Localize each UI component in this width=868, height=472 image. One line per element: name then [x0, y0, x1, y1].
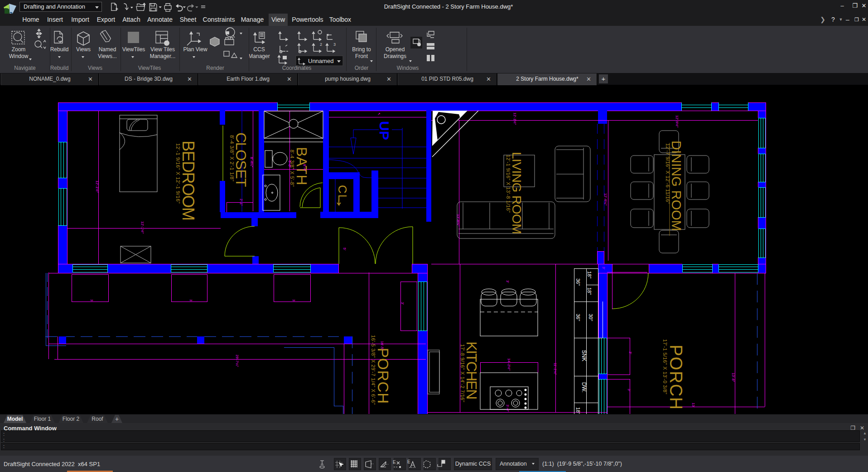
svg-text:2'-1": 2'-1" [239, 199, 243, 206]
svg-text:13': 13' [691, 403, 695, 408]
svg-text:3': 3' [627, 389, 631, 391]
svg-text:Unnamed: Unnamed [308, 58, 333, 64]
svg-text:12'-1½": 12'-1½" [95, 180, 99, 193]
svg-text:12'-9½": 12'-9½" [675, 115, 679, 127]
svg-text:13'-8⅛": 13'-8⅛" [456, 214, 460, 226]
svg-text:18": 18" [587, 287, 592, 295]
svg-text:E: E [393, 460, 396, 465]
svg-text:5'-8": 5'-8" [288, 161, 292, 168]
svg-text:3': 3' [602, 267, 606, 269]
svg-text:2: 2 [320, 42, 322, 47]
svg-text:BEDROOM: BEDROOM [179, 141, 198, 220]
svg-text:LIVING ROOM: LIVING ROOM [510, 152, 524, 234]
svg-text:12'-1 9/16" X 12'-1 9/16": 12'-1 9/16" X 12'-1 9/16" [175, 143, 181, 204]
svg-text:BATH: BATH [294, 147, 310, 185]
svg-text:8'-4⅛": 8'-4⅛" [250, 157, 254, 167]
svg-text:3: 3 [333, 42, 336, 47]
svg-text:16'-5": 16'-5" [380, 341, 384, 350]
svg-text:E: E [407, 459, 410, 464]
svg-text:5': 5' [342, 248, 347, 250]
svg-text:3': 3' [506, 280, 510, 283]
svg-text:12'-1½": 12'-1½" [140, 221, 145, 234]
svg-text:14'-2½": 14'-2½" [507, 358, 511, 370]
svg-text:SNK: SNK [581, 350, 587, 361]
svg-text:↗: ↗ [377, 112, 381, 116]
svg-text:3'-6": 3'-6" [506, 404, 510, 412]
svg-text:UP: UP [377, 121, 392, 140]
svg-text:PORCH: PORCH [666, 345, 685, 410]
svg-text:8'-4 3/8" X 2'-1 1/8": 8'-4 3/8" X 2'-1 1/8" [229, 135, 235, 181]
svg-text:DW.: DW. [581, 382, 587, 393]
svg-text:3': 3' [189, 299, 193, 302]
svg-text:8'-4 3/8" X 5'-8": 8'-4 3/8" X 5'-8" [289, 150, 295, 187]
svg-text:16'-5 3/8" X 29'-7 1/4" X 6'-6: 16'-5 3/8" X 29'-7 1/4" X 6'-6" [371, 335, 376, 405]
svg-text:29'-7¼": 29'-7¼" [235, 355, 239, 367]
svg-text:12'-1 9/16" X 13'-8 1/16": 12'-1 9/16" X 13'-8 1/16" [506, 155, 511, 213]
svg-text:11'-2¾": 11'-2¾" [553, 363, 557, 375]
svg-text:12'-1½": 12'-1½" [513, 112, 517, 125]
svg-text:3': 3' [90, 299, 94, 302]
svg-text:CLOSET: CLOSET [233, 132, 249, 187]
svg-text:DINING ROOM: DINING ROOM [669, 141, 684, 231]
svg-text:3': 3' [292, 299, 296, 302]
svg-text:36": 36" [575, 314, 581, 321]
svg-text:13'-6": 13'-6" [731, 373, 735, 382]
svg-text:PORCH: PORCH [375, 348, 391, 404]
svg-text:36": 36" [575, 278, 581, 286]
svg-text:12'-6⅛": 12'-6⅛" [603, 193, 608, 205]
svg-text:KITCHEN: KITCHEN [463, 341, 480, 399]
svg-text:30": 30" [588, 314, 593, 321]
svg-text:3': 3' [400, 302, 405, 305]
svg-text:18": 18" [587, 271, 592, 278]
svg-text:17'-8 9/16" X 14'-2 7/16": 17'-8 9/16" X 14'-2 7/16" [460, 344, 465, 402]
svg-text:17'-1 5/16" X 13'-0 3/8": 17'-1 5/16" X 13'-0 3/8" [662, 339, 668, 394]
svg-text:8'-4": 8'-4" [303, 164, 307, 171]
svg-text:CL: CL [336, 185, 349, 202]
svg-text:3': 3' [628, 351, 632, 354]
svg-text:18": 18" [575, 407, 581, 414]
